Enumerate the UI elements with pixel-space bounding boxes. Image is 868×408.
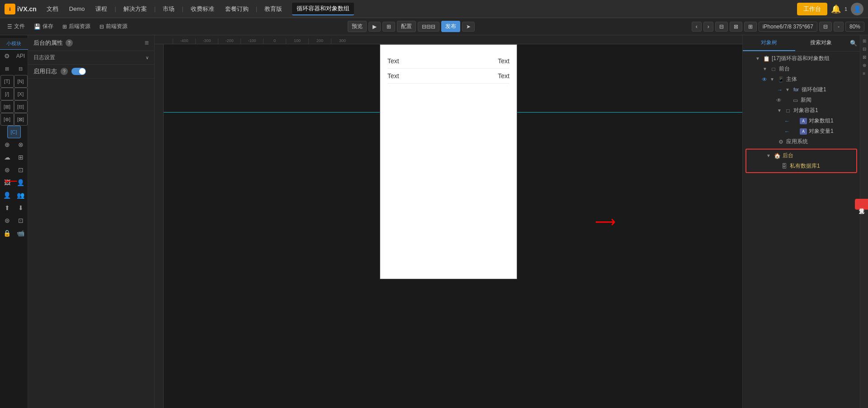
grid-icon[interactable]: ⊞ (14, 151, 28, 164)
lock-icon[interactable]: 🔒 (0, 227, 14, 239)
nav-prev-button[interactable]: ‹ (692, 22, 702, 32)
bracket-table-icon[interactable]: [⊟] (14, 100, 28, 113)
circle-x-icon[interactable]: ⊗ (14, 138, 28, 151)
api-label[interactable]: API (14, 50, 28, 62)
nav-project[interactable]: 循环容器和对象数组 (292, 3, 354, 15)
logo[interactable]: i iVX.cn (5, 4, 37, 14)
sidebar-tab-modules[interactable]: 小模块 (0, 38, 28, 50)
tree-arrow-backend[interactable]: ▼ (766, 153, 772, 158)
tab-search-object[interactable]: 搜索对象 (795, 35, 848, 51)
user-single-icon[interactable]: 👤 (0, 189, 14, 202)
eye-news[interactable]: 👁 (775, 97, 783, 103)
search-icon[interactable]: 🔍 (847, 38, 860, 48)
bracket-grid-icon[interactable]: [⊞] (0, 100, 14, 113)
feedback-button[interactable]: 意见反馈 (855, 199, 868, 210)
tree-icon-master: 📱 (777, 76, 784, 83)
help-badge[interactable]: ? (66, 39, 73, 47)
tree-label-backend: 后台 (783, 152, 793, 159)
bracket-c-icon[interactable]: [C] (7, 126, 21, 138)
file-menu[interactable]: ☰ 文件 (4, 21, 28, 32)
section-arrow-icon[interactable]: ∨ (146, 55, 149, 60)
save-button[interactable]: 💾 保存 (30, 21, 57, 32)
publish-button[interactable]: 发布 (441, 21, 460, 32)
nav-pricing[interactable]: 收费标准 (186, 3, 219, 15)
copy-icon[interactable]: ⊟ (819, 22, 832, 32)
refresh-icon[interactable]: ⊛ (0, 214, 14, 227)
preview-button[interactable]: 预览 (348, 21, 367, 32)
download-icon[interactable]: ⬇ (14, 202, 28, 214)
nav-edu[interactable]: 教育版 (260, 3, 287, 15)
tree-arrow-master[interactable]: ▼ (770, 77, 775, 82)
module-icon-1[interactable]: ⊞ (0, 62, 14, 75)
tree-item-frontend[interactable]: ▼ □ 前台 (750, 64, 860, 74)
send-button[interactable]: ➤ (462, 22, 475, 32)
bracket-slash-icon[interactable]: [/] (0, 88, 14, 100)
eye-master[interactable]: 👁 (761, 76, 768, 83)
user-icon[interactable]: 👤 (14, 176, 28, 189)
nav-course[interactable]: 课程 (91, 3, 112, 15)
log-section[interactable]: 日志设置 ∨ (28, 51, 154, 65)
tree-arrow-container1[interactable]: ▼ (777, 108, 783, 113)
bracket-box-icon[interactable]: [⊠] (14, 113, 28, 126)
log-help-badge[interactable]: ? (61, 68, 68, 75)
tree-arrow-root[interactable]: ▼ (755, 56, 761, 61)
bell-icon[interactable]: 🔔 (831, 4, 841, 14)
tree-arrow-for1[interactable]: ▼ (785, 87, 791, 92)
split-button[interactable]: ⊞ (382, 22, 395, 32)
settings-icon[interactable]: ⚙ (0, 50, 14, 62)
module-icon-2[interactable]: ⊟ (14, 62, 28, 75)
backend-resource-button[interactable]: ⊞ 后端资源 (59, 21, 94, 32)
device-selector[interactable]: iPhone6/7/8 375*667 (759, 22, 817, 32)
view-mode-1-button[interactable]: ⊟ (715, 22, 728, 32)
tree-item-db1[interactable]: 🗄 私有数据库1 (761, 161, 856, 171)
config-button[interactable]: 配置 (397, 21, 416, 32)
collapse-icon[interactable]: ≡ (145, 39, 149, 47)
edge-icon-2[interactable]: ⊟ (861, 45, 868, 52)
image-icon[interactable]: 🖼 (0, 176, 14, 189)
tree-item-root[interactable]: ▼ 📋 [17]循环容器和对象数组 (743, 53, 860, 64)
avatar[interactable]: 👤 (851, 3, 863, 15)
nav-solution[interactable]: 解决方案 (119, 3, 151, 15)
tree-item-news[interactable]: 👁 ▭ 新闻 (772, 95, 860, 105)
tree-item-array1[interactable]: ← Ａ 对象数组1 (772, 116, 860, 126)
tree-item-master[interactable]: 👁 ▼ 📱 主体 (757, 74, 860, 84)
nav-bundle[interactable]: 套餐订购 (221, 3, 253, 15)
tree-item-backend[interactable]: ▼ 🏠 后台 (754, 150, 856, 161)
edge-icon-4[interactable]: ⊛ (861, 61, 868, 69)
tab-object-tree[interactable]: 对象树 (743, 35, 795, 51)
view-mode-3-button[interactable]: ⊞ (744, 22, 757, 32)
star-icon[interactable]: ⊛ (0, 164, 14, 176)
edge-icon-3[interactable]: ⊠ (861, 53, 868, 61)
workspace-button[interactable]: 工作台 (797, 3, 827, 15)
nav-docs[interactable]: 文档 (42, 3, 63, 15)
circle-plus-icon[interactable]: ⊕ (0, 138, 14, 151)
edge-icon-5[interactable]: ≡ (861, 70, 868, 77)
nav-market[interactable]: 市场 (158, 3, 179, 15)
users-icon[interactable]: 👥 (14, 189, 28, 202)
nav-next-button[interactable]: › (703, 22, 713, 32)
canvas-content: Text Text Text Text (380, 45, 517, 93)
tree-arrow-frontend[interactable]: ▼ (763, 66, 768, 71)
tree-item-for1[interactable]: → ▼ for 循环创建1 (764, 84, 860, 95)
circle-checkbox-icon[interactable]: ⊡ (14, 214, 28, 227)
bracket-x-icon[interactable]: [X] (14, 88, 28, 100)
log-toggle[interactable] (71, 68, 86, 75)
zoom-out-button[interactable]: - (834, 22, 844, 32)
checkbox-icon[interactable]: ⊡ (14, 164, 28, 176)
cloud-icon[interactable]: ☁ (0, 151, 14, 164)
bars-button[interactable]: ⊟⊟⊟ (418, 22, 439, 32)
bracket-star-icon[interactable]: [⊛] (0, 113, 14, 126)
text-n-icon[interactable]: [N] (14, 75, 28, 88)
tree-icon-news: ▭ (792, 97, 799, 103)
tree-item-container1[interactable]: ▼ □ 对象容器1 (764, 105, 860, 116)
frontend-resource-button[interactable]: ⊟ 前端资源 (96, 21, 131, 32)
upload-icon[interactable]: ⬆ (0, 202, 14, 214)
edge-icon-1[interactable]: ⊞ (861, 37, 868, 44)
tree-item-appsys[interactable]: ⚙ 应用系统 (757, 136, 860, 147)
run-button[interactable]: ▶ (368, 22, 381, 32)
video-icon[interactable]: 📹 (14, 227, 28, 239)
nav-demo[interactable]: Demo (65, 4, 90, 14)
view-mode-2-button[interactable]: ⊠ (730, 22, 742, 32)
text-t-icon[interactable]: [T] (0, 75, 14, 88)
tree-item-var1[interactable]: ← Ａ 对象变量1 (772, 126, 860, 136)
